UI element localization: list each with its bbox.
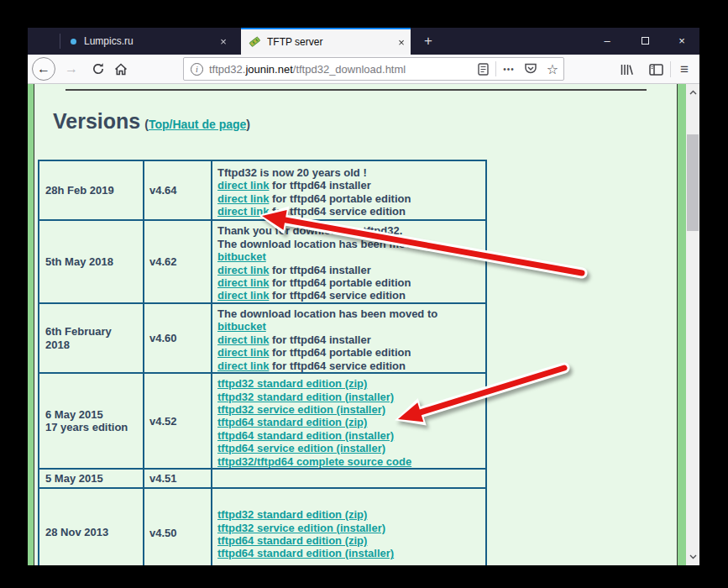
- download-link[interactable]: bitbucket: [217, 320, 266, 333]
- release-line: tftpd64 service edition (installer): [217, 442, 485, 454]
- download-link[interactable]: direct link: [217, 205, 269, 218]
- download-link[interactable]: tftpd64 service edition (installer): [217, 442, 385, 454]
- release-date: 28h Feb 2019: [39, 160, 144, 220]
- bookmark-star-button[interactable]: ☆: [542, 58, 563, 80]
- page-title: Versions: [53, 109, 140, 134]
- reload-icon: [92, 62, 105, 76]
- release-note-text: The download location has been moved to: [217, 307, 437, 320]
- release-line: bitbucket: [217, 250, 485, 263]
- download-link[interactable]: tftpd32 standard edition (zip): [217, 377, 367, 390]
- url-subdomain: tftpd32.: [209, 63, 245, 76]
- release-note-text: for tftpd64 installer: [269, 179, 370, 192]
- release-links-cell: tftpd32 standard edition (zip)tftpd32 st…: [212, 373, 486, 469]
- horizontal-rule: [65, 89, 647, 91]
- release-line: direct link for tftpd64 portable edition: [217, 192, 485, 205]
- release-note-text: for tftpd64 installer: [269, 264, 370, 276]
- release-line: direct link for tftpd64 service edition: [217, 205, 485, 218]
- version-number: v4.64: [144, 160, 212, 220]
- caret-up-icon: [689, 90, 697, 95]
- release-note-text: The download location has been moved to: [217, 238, 437, 250]
- release-date: 5th May 2018: [39, 220, 144, 303]
- url-text: tftpd32.jounin.net/tftpd32_download.html: [209, 63, 472, 76]
- download-link[interactable]: tftpd64 standard edition (installer): [217, 547, 394, 559]
- release-note-text: for tftpd64 portable edition: [269, 276, 411, 289]
- release-line: tftpd32/tftpd64 complete source code: [217, 455, 485, 468]
- scroll-up-button[interactable]: [686, 86, 699, 99]
- version-number: v4.50: [144, 488, 212, 565]
- download-link[interactable]: tftpd32 standard edition (zip): [217, 508, 367, 521]
- release-date: 6th February 2018: [39, 303, 144, 373]
- pocket-icon: [524, 63, 537, 75]
- release-line: direct link for tftpd64 installer: [217, 264, 485, 276]
- download-link[interactable]: direct link: [217, 179, 269, 192]
- release-line: tftpd64 standard edition (installer): [217, 429, 485, 442]
- download-link[interactable]: tftpd64 standard edition (zip): [217, 534, 367, 547]
- page-actions-button[interactable]: •••: [498, 58, 520, 80]
- page-right-border: [677, 84, 686, 565]
- release-note-text: Thank you for downloading tftpd32.: [217, 224, 402, 237]
- library-button[interactable]: [615, 58, 638, 81]
- version-number: v4.60: [144, 303, 212, 373]
- home-button[interactable]: [109, 57, 133, 81]
- home-icon: [114, 63, 128, 76]
- download-link[interactable]: direct link: [217, 289, 269, 302]
- close-window-button[interactable]: ×: [665, 28, 699, 53]
- forward-arrow-icon: →: [65, 61, 78, 76]
- forward-button[interactable]: →: [60, 57, 83, 81]
- release-line: direct link for tftpd64 installer: [217, 179, 485, 192]
- menu-button[interactable]: ≡: [673, 58, 696, 81]
- tab-lumpics[interactable]: Lumpics.ru ×: [60, 28, 233, 55]
- release-line: The download location has been moved to: [217, 307, 485, 320]
- download-link[interactable]: tftpd32/tftpd64 complete source code: [217, 455, 411, 468]
- release-links-cell: tftpd32 standard edition (zip)tftpd32 se…: [212, 488, 486, 565]
- release-note-text: for tftpd64 service edition: [269, 289, 406, 302]
- tab-tftp-server[interactable]: TFTP server ×: [241, 28, 411, 55]
- download-link[interactable]: tftpd64 standard edition (zip): [217, 416, 367, 428]
- tab-close-icon[interactable]: ×: [392, 36, 411, 49]
- download-link[interactable]: direct link: [217, 333, 269, 346]
- download-link[interactable]: direct link: [217, 360, 269, 372]
- reader-mode-button[interactable]: [472, 58, 494, 80]
- hamburger-icon: ≡: [680, 61, 689, 78]
- maximize-button[interactable]: [628, 28, 662, 53]
- download-link[interactable]: bitbucket: [217, 250, 266, 263]
- star-icon: ☆: [547, 61, 558, 77]
- tab-title: Lumpics.ru: [84, 35, 214, 47]
- scroll-down-button[interactable]: [686, 550, 699, 564]
- release-note-text: for tftpd64 service edition: [269, 360, 406, 372]
- release-line: tftpd32 service edition (installer): [217, 522, 485, 534]
- sidebar-toggle-button[interactable]: [644, 58, 668, 81]
- new-tab-button[interactable]: +: [417, 28, 439, 55]
- top-of-page-link[interactable]: Top/Haut de page: [149, 118, 246, 131]
- download-link[interactable]: direct link: [217, 346, 269, 359]
- release-note-text: Tftpd32 is now 20 years old !: [217, 166, 367, 179]
- back-button[interactable]: ←: [32, 57, 55, 81]
- tab-close-icon[interactable]: ×: [214, 35, 233, 48]
- release-line: direct link for tftpd64 portable edition: [217, 346, 485, 359]
- download-link[interactable]: direct link: [217, 192, 269, 205]
- release-links-cell: Tftpd32 is now 20 years old !direct link…: [212, 160, 486, 220]
- download-link[interactable]: direct link: [217, 264, 269, 276]
- url-path: /tftpd32_download.html: [293, 63, 406, 76]
- version-number: v4.51: [144, 469, 212, 488]
- navigation-toolbar: ← → i tftpd32.jounin.net/tftpd32_downloa…: [28, 55, 699, 84]
- download-link[interactable]: tftpd32 service edition (installer): [217, 403, 385, 416]
- url-bar[interactable]: i tftpd32.jounin.net/tftpd32_download.ht…: [183, 57, 564, 81]
- version-row: 5th May 2018v4.62Thank you for downloadi…: [39, 220, 486, 303]
- scrollbar[interactable]: [686, 84, 699, 565]
- download-link[interactable]: direct link: [217, 276, 269, 289]
- download-link[interactable]: tftpd32 service edition (installer): [217, 522, 385, 534]
- scrollbar-thumb[interactable]: [687, 134, 699, 231]
- page-body: Versions (Top/Haut de page) 28h Feb 2019…: [35, 84, 677, 565]
- download-link[interactable]: tftpd64 standard edition (installer): [217, 429, 394, 442]
- minimize-button[interactable]: –: [590, 28, 624, 53]
- tab-bar: Lumpics.ru × TFTP server × + –: [28, 28, 699, 55]
- pocket-button[interactable]: [520, 58, 542, 80]
- version-row: 6 May 2015 17 years editionv4.52tftpd32 …: [39, 373, 486, 469]
- site-info-icon[interactable]: i: [191, 63, 203, 76]
- download-link[interactable]: tftpd32 standard edition (installer): [217, 391, 394, 403]
- reload-button[interactable]: [86, 57, 110, 81]
- release-links-cell: The download location has been moved tob…: [212, 303, 486, 373]
- version-row: 28h Feb 2019v4.64Tftpd32 is now 20 years…: [39, 160, 486, 220]
- release-line: tftpd32 service edition (installer): [217, 403, 485, 416]
